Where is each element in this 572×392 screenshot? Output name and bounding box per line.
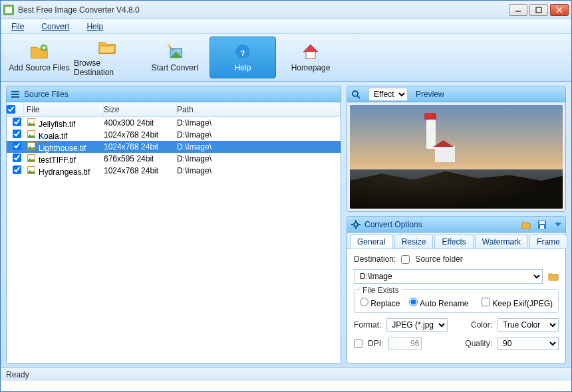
titlebar: Best Free Image Converter V4.8.0 <box>1 1 571 19</box>
toolbar-label: Add Source Files <box>9 63 69 72</box>
replace-radio[interactable] <box>360 298 368 306</box>
toolbar-label: Start Convert <box>152 63 199 72</box>
table-row[interactable]: Koala.tif1024x768 24bitD:\Image\ <box>7 129 341 141</box>
homepage-button[interactable]: Homepage <box>277 37 344 78</box>
file-path: D:\Image\ <box>177 154 341 163</box>
file-exists-legend: File Exists <box>360 286 402 295</box>
image-file-icon <box>27 130 36 139</box>
app-icon <box>3 5 14 15</box>
close-button[interactable] <box>550 4 569 16</box>
svg-point-25 <box>353 91 358 96</box>
open-options-icon[interactable] <box>521 220 531 229</box>
svg-point-27 <box>354 223 358 227</box>
table-row[interactable]: testTIFF.tif676x595 24bitD:\Image\ <box>7 153 341 165</box>
panel-title: Source Files <box>24 90 69 99</box>
row-checkbox[interactable] <box>13 165 21 174</box>
quality-label: Quality: <box>465 339 492 348</box>
save-options-icon[interactable] <box>537 220 547 229</box>
status-text: Ready <box>6 370 29 379</box>
menu-convert[interactable]: Convert <box>35 21 76 33</box>
magnifier-icon <box>351 90 360 99</box>
file-path: D:\Image\ <box>177 166 341 175</box>
file-name: Koala.tif <box>39 132 67 141</box>
file-path: D:\Image\ <box>177 142 341 151</box>
dpi-input[interactable] <box>388 338 422 349</box>
source-folder-checkbox[interactable] <box>401 255 410 264</box>
window-title: Best Free Image Converter V4.8.0 <box>18 5 509 15</box>
maximize-button[interactable] <box>529 4 548 16</box>
options-dropdown-icon[interactable] <box>555 223 561 227</box>
file-size: 1024x768 24bit <box>104 130 177 140</box>
color-label: Color: <box>471 320 492 330</box>
replace-radio-label[interactable]: Replace <box>360 298 400 308</box>
minimize-button[interactable] <box>509 4 527 16</box>
tab-watermark[interactable]: Watermark <box>475 235 528 248</box>
toolbar-label: Homepage <box>291 63 331 72</box>
help-button[interactable]: ? Help <box>210 37 276 78</box>
toolbar-label: Browse Destination <box>74 58 140 77</box>
file-size: 676x595 24bit <box>104 154 177 163</box>
file-path: D:\Image\ <box>177 130 341 140</box>
quality-select[interactable]: 90 <box>498 337 559 350</box>
tab-resize[interactable]: Resize <box>394 235 434 248</box>
grid-header: File Size Path <box>7 102 341 117</box>
col-file[interactable]: File <box>24 102 104 116</box>
svg-rect-12 <box>11 91 19 92</box>
tab-general[interactable]: General <box>350 235 393 248</box>
svg-rect-3 <box>536 7 541 13</box>
list-icon <box>11 90 20 99</box>
format-label: Format: <box>354 320 381 330</box>
row-checkbox[interactable] <box>13 130 21 138</box>
row-checkbox[interactable] <box>13 153 21 162</box>
file-name: Jellyfish.tif <box>39 120 75 129</box>
svg-point-8 <box>178 50 180 52</box>
statusbar: Ready <box>1 367 571 381</box>
menu-help[interactable]: Help <box>80 21 110 33</box>
keep-exif-label[interactable]: Keep Exif(JPEG) <box>482 298 553 308</box>
file-size: 1024x768 24bit <box>104 166 177 175</box>
folder-plus-icon <box>30 43 49 61</box>
row-checkbox[interactable] <box>13 142 21 150</box>
menu-file[interactable]: File <box>5 21 31 33</box>
preview-panel: Effect Preview <box>347 86 566 212</box>
svg-rect-1 <box>5 7 12 13</box>
file-list[interactable]: Jellyfish.tif400x300 24bitD:\Image\Koala… <box>7 117 341 363</box>
add-source-files-button[interactable]: Add Source Files <box>6 37 72 78</box>
source-folder-label: Source folder <box>415 254 462 264</box>
select-all-checkbox[interactable] <box>7 105 15 114</box>
svg-line-26 <box>357 96 360 98</box>
file-name: Hydrangeas.tif <box>39 167 90 177</box>
preview-image <box>347 102 565 211</box>
auto-rename-radio[interactable] <box>409 298 418 306</box>
file-path: D:\Image\ <box>177 118 341 128</box>
file-size: 1024x768 24bit <box>104 142 177 151</box>
convert-options-panel: Convert Options General Resize Effects W… <box>347 216 566 363</box>
auto-rename-radio-label[interactable]: Auto Rename <box>409 298 468 308</box>
dpi-label: DPI: <box>368 339 383 348</box>
tab-effects[interactable]: Effects <box>434 235 473 248</box>
row-checkbox[interactable] <box>13 118 21 126</box>
col-path[interactable]: Path <box>177 102 341 116</box>
gear-icon <box>351 220 360 229</box>
toolbar: Add Source Files Browse Destination Star… <box>1 34 571 82</box>
table-row[interactable]: Hydrangeas.tif1024x768 24bitD:\Image\ <box>7 165 341 177</box>
keep-exif-checkbox[interactable] <box>482 298 490 306</box>
wand-image-icon <box>166 43 184 61</box>
toolbar-label: Help <box>235 63 251 72</box>
file-size: 400x300 24bit <box>104 118 177 128</box>
svg-rect-14 <box>11 96 19 98</box>
start-convert-button[interactable]: Start Convert <box>142 37 208 78</box>
tab-frame[interactable]: Frame <box>529 235 567 248</box>
col-size[interactable]: Size <box>104 102 177 116</box>
browse-destination-button[interactable]: Browse Destination <box>74 37 140 78</box>
destination-input[interactable]: D:\Image <box>354 269 543 284</box>
table-row[interactable]: Jellyfish.tif400x300 24bitD:\Image\ <box>7 117 341 129</box>
options-tabs: General Resize Effects Watermark Frame <box>347 233 565 249</box>
browse-folder-icon[interactable] <box>548 272 559 281</box>
dpi-checkbox[interactable] <box>354 340 362 348</box>
format-select[interactable]: JPEG (*.jpg) <box>386 318 448 332</box>
color-select[interactable]: True Color <box>498 318 559 332</box>
effect-select[interactable]: Effect <box>368 88 408 101</box>
help-icon: ? <box>233 43 252 61</box>
table-row[interactable]: Lighthouse.tif1024x768 24bitD:\Image\ <box>7 141 341 153</box>
